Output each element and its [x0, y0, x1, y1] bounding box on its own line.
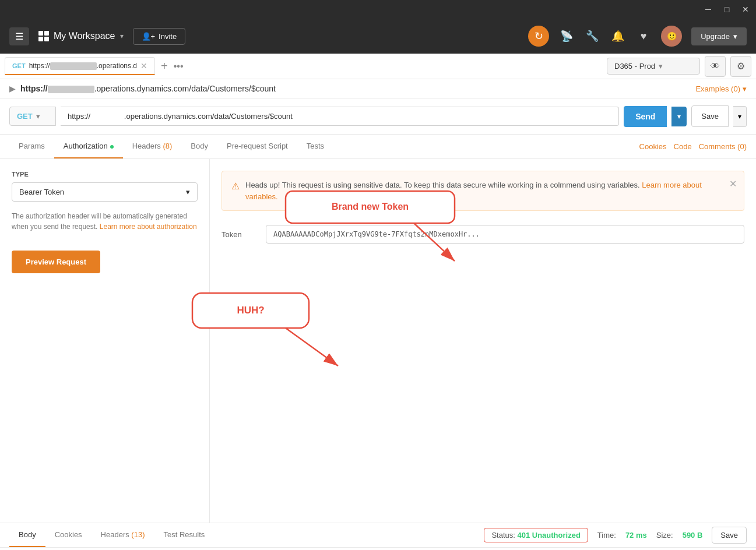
method-label: GET	[17, 112, 33, 121]
tab-bar: GET https://.operations.d ✕ + ••• D365 -…	[0, 54, 756, 79]
minimize-button[interactable]: ─	[702, 5, 714, 14]
examples-chevron-icon: ▾	[743, 84, 747, 93]
url-display-row: ▶ https://.operations.dynamics.com/data/…	[0, 79, 756, 98]
token-row: Token AQABAAAAADCoMpjJXrxTq9VG9te-7FXfqt…	[221, 225, 744, 244]
examples-button[interactable]: Examples (0) ▾	[695, 84, 747, 93]
response-view-tabs: Pretty Raw Preview Auto ▾ ⇌ ⬛ 🔍	[0, 548, 756, 550]
auth-type-chevron-icon: ▾	[186, 188, 190, 196]
comments-link[interactable]: Comments (0)	[699, 142, 747, 151]
response-section: Body Cookies Headers (13) Test Results S…	[0, 523, 756, 550]
wrench-icon[interactable]: 🔧	[584, 28, 600, 44]
eye-icon: 👁	[711, 61, 720, 72]
code-link[interactable]: Code	[674, 142, 692, 151]
tab-headers[interactable]: Headers (8)	[123, 135, 182, 158]
upgrade-chevron-icon: ▾	[733, 32, 737, 41]
new-tab-button[interactable]: +	[157, 59, 171, 73]
status-indicator: Status: 401 Unauthorized	[484, 528, 588, 542]
info-banner-close-button[interactable]: ✕	[729, 178, 737, 189]
main-content: TYPE Bearer Token ▾ The authorization he…	[0, 159, 756, 523]
auth-description: The authorization header will be automat…	[12, 211, 198, 232]
maximize-button[interactable]: □	[721, 5, 733, 14]
response-tab-right: Status: 401 Unauthorized Time: 72 ms Siz…	[484, 527, 747, 544]
warning-icon: ⚠	[231, 181, 240, 192]
save-button[interactable]: Save	[691, 105, 729, 127]
bell-icon[interactable]: 🔔	[610, 28, 626, 44]
time-label: Time:	[597, 531, 616, 540]
size-value: 590 B	[683, 531, 703, 540]
grid-icon	[38, 31, 49, 41]
auth-panel: TYPE Bearer Token ▾ The authorization he…	[0, 159, 210, 523]
sync-icon[interactable]: ↻	[528, 26, 549, 47]
send-button[interactable]: Send	[624, 106, 667, 127]
heart-icon[interactable]: ♥	[635, 28, 652, 44]
preview-request-button[interactable]: Preview Request	[12, 251, 100, 273]
info-banner: ⚠ Heads up! This request is using sensit…	[221, 171, 744, 211]
learn-more-link[interactable]: Learn more about authorization	[100, 223, 197, 231]
time-value: 72 ms	[625, 531, 647, 540]
resp-tab-test-results[interactable]: Test Results	[154, 523, 214, 547]
tab-close-icon[interactable]: ✕	[140, 61, 147, 70]
main-wrapper: TYPE Bearer Token ▾ The authorization he…	[0, 159, 756, 523]
title-bar: ─ □ ✕	[0, 0, 756, 19]
method-dropdown[interactable]: GET ▾	[9, 107, 56, 126]
resp-tab-cookies[interactable]: Cookies	[45, 523, 92, 547]
upgrade-button[interactable]: Upgrade ▾	[691, 27, 747, 45]
workspace-label: My Workspace	[54, 31, 115, 41]
gear-icon: ⚙	[737, 61, 745, 72]
save-dropdown-button[interactable]: ▾	[733, 106, 747, 127]
auth-type-value: Bearer Token	[19, 188, 64, 196]
token-panel: ⚠ Heads up! This request is using sensit…	[210, 159, 756, 523]
tab-body[interactable]: Body	[181, 135, 217, 158]
request-tab-right: Cookies Code Comments (0)	[639, 142, 747, 151]
tab-prerequest[interactable]: Pre-request Script	[217, 135, 297, 158]
authorization-active-dot	[110, 145, 114, 149]
response-tabs: Body Cookies Headers (13) Test Results S…	[0, 523, 756, 548]
resp-tab-body[interactable]: Body	[9, 523, 45, 547]
token-label: Token	[221, 230, 256, 239]
tab-bar-right: D365 - Prod ▾ 👁 ⚙	[607, 56, 751, 77]
env-chevron-icon: ▾	[659, 62, 663, 70]
environment-dropdown[interactable]: D365 - Prod ▾	[607, 58, 700, 75]
size-label: Size:	[656, 531, 673, 540]
status-label: Status:	[491, 531, 515, 540]
tab-method-label: GET	[12, 62, 26, 69]
env-label: D365 - Prod	[614, 62, 655, 70]
invite-icon: 👤+	[142, 32, 156, 41]
nav-icons: ↻ 📡 🔧 🔔 ♥ 🙂	[528, 26, 682, 47]
resp-tab-headers[interactable]: Headers (13)	[92, 523, 154, 547]
tab-more-button[interactable]: •••	[174, 61, 184, 72]
eye-button[interactable]: 👁	[705, 56, 726, 77]
close-button[interactable]: ✕	[740, 5, 751, 14]
url-input[interactable]	[61, 107, 619, 126]
cookies-link[interactable]: Cookies	[639, 142, 667, 151]
response-save-button[interactable]: Save	[712, 527, 747, 544]
url-display: https://.operations.dynamics.com/data/Cu…	[20, 84, 691, 93]
tab-url-label: https://.operations.d	[29, 62, 137, 70]
top-nav: ☰ My Workspace ▾ 👤+ Invite ↻ 📡 🔧 🔔 ♥ 🙂 U…	[0, 19, 756, 54]
tab-authorization[interactable]: Authorization	[54, 135, 123, 158]
sidebar-toggle-button[interactable]: ☰	[9, 27, 29, 45]
info-banner-text: Heads up! This request is using sensitiv…	[245, 179, 734, 202]
token-value[interactable]: AQABAAAAADCoMpjJXrxTq9VG9te-7FXfqts2nMDx…	[266, 225, 744, 244]
auth-type-dropdown[interactable]: Bearer Token ▾	[12, 182, 198, 202]
user-avatar[interactable]: 🙂	[661, 26, 682, 47]
url-redact	[50, 62, 97, 70]
tab-tests[interactable]: Tests	[297, 135, 333, 158]
active-request-tab[interactable]: GET https://.operations.d ✕	[5, 57, 155, 75]
workspace-dropdown[interactable]: My Workspace ▾	[38, 31, 124, 41]
send-dropdown-button[interactable]: ▾	[671, 107, 687, 126]
invite-button[interactable]: 👤+ Invite	[133, 28, 186, 45]
workspace-chevron-icon: ▾	[120, 32, 124, 40]
request-tabs: Params Authorization Headers (8) Body Pr…	[0, 135, 756, 159]
satellite-icon[interactable]: 📡	[558, 28, 575, 44]
tab-params[interactable]: Params	[9, 135, 54, 158]
status-value: 401 Unauthorized	[517, 531, 580, 540]
request-bar: GET ▾ Send ▾ Save ▾	[0, 98, 756, 135]
url-host-redact	[48, 86, 94, 93]
sidebar-icon: ☰	[15, 31, 23, 41]
auth-type-label: TYPE	[12, 171, 198, 178]
method-chevron-icon: ▾	[36, 112, 40, 121]
settings-button[interactable]: ⚙	[730, 56, 751, 77]
url-expand-button[interactable]: ▶	[9, 84, 16, 93]
